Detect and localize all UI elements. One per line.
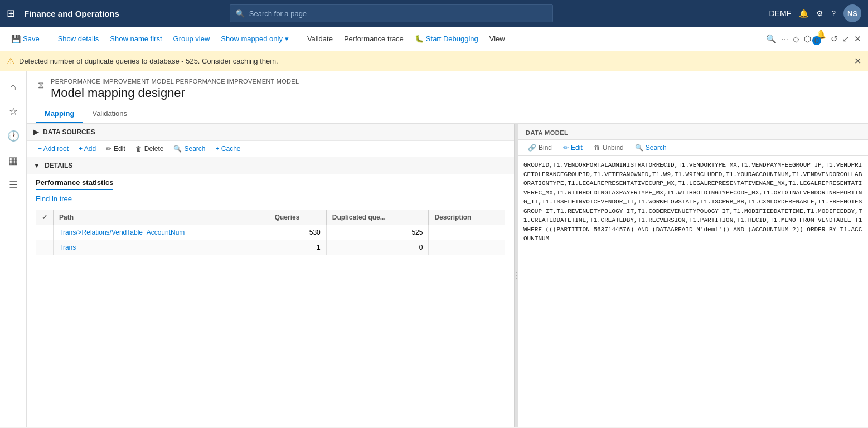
edit-icon: ✏ (106, 145, 111, 153)
row1-duplicated: 525 (326, 225, 429, 240)
debug-icon: 🐛 (415, 35, 424, 43)
row1-check[interactable] (36, 225, 54, 240)
diamond-icon[interactable]: ◇ (793, 34, 799, 44)
collapse-icon[interactable]: ▼ (33, 162, 40, 169)
settings-icon[interactable]: ⚙ (816, 9, 823, 18)
data-sources-header: ▶ DATA SOURCES (27, 124, 514, 140)
toolbar-separator (49, 32, 49, 46)
table-row: Trans 1 0 (36, 240, 505, 255)
row1-path[interactable]: Trans/>Relations/VendTable_AccountNum (54, 225, 269, 240)
add-button[interactable]: + Add (74, 143, 100, 154)
toolbar-end-icons: 🔍 ··· ◇ ⬡ 🔔 0 ↺ ⤢ ✕ (766, 30, 861, 48)
tab-mapping[interactable]: Mapping (36, 105, 83, 123)
col-check: ✓ (36, 210, 54, 225)
sql-text-area[interactable]: GROUPID,T1.VENDORPORTALADMINISTRATORRECI… (518, 156, 868, 427)
data-model-header: DATA MODEL (518, 124, 868, 140)
perf-stats-tab[interactable]: Performance statistics (36, 178, 113, 187)
dm-edit-button[interactable]: ✏ Edit (559, 142, 587, 153)
performance-trace-button[interactable]: Performance trace (340, 32, 408, 45)
col-queries: Queries (269, 210, 326, 225)
view-button[interactable]: View (485, 32, 510, 45)
sidebar-item-workspaces[interactable]: ▦ (2, 149, 25, 172)
search-ds-button[interactable]: 🔍 Search (169, 143, 210, 154)
top-right-icons: DEMF 🔔 ⚙ ? NS (769, 4, 861, 22)
tabs-bar: Mapping Validations (27, 100, 868, 124)
unbind-button[interactable]: 🗑 Unbind (589, 142, 628, 153)
app-title: Finance and Operations (24, 9, 119, 18)
global-search-input[interactable] (249, 9, 547, 18)
bind-icon: 🔗 (528, 144, 536, 152)
help-icon[interactable]: ? (831, 9, 836, 18)
bind-button[interactable]: 🔗 Bind (523, 142, 556, 153)
search-bar-icon: 🔍 (236, 9, 245, 18)
group-view-button[interactable]: Group view (169, 32, 215, 45)
details-label: DETAILS (45, 162, 72, 169)
filter-icon[interactable]: ⧖ (36, 78, 46, 93)
save-icon: 💾 (11, 35, 21, 43)
warning-close-button[interactable]: ✕ (854, 56, 861, 66)
breadcrumb: PERFORMANCE IMPROVEMENT MODEL PERFORMANC… (51, 78, 299, 85)
extension-icon[interactable]: ⬡ (804, 34, 811, 44)
details-section: ▼ DETAILS Performance statistics Find in… (27, 157, 514, 427)
page-title: Model mapping designer (51, 86, 299, 100)
row2-check[interactable] (36, 240, 54, 255)
close-icon[interactable]: ✕ (854, 34, 861, 44)
sidebar-item-recent[interactable]: 🕐 (2, 125, 25, 147)
global-search-bar[interactable]: 🔍 (230, 4, 553, 22)
left-pane: ▶ DATA SOURCES + Add root + Add ✏ Edit 🗑… (27, 124, 515, 427)
app-grid-icon[interactable]: ⊞ (7, 7, 15, 20)
warning-icon: ⚠ (7, 56, 14, 66)
show-details-button[interactable]: Show details (54, 32, 104, 45)
expand-icon[interactable]: ▶ (33, 128, 38, 136)
split-pane: ▶ DATA SOURCES + Add root + Add ✏ Edit 🗑… (27, 124, 868, 427)
cache-button[interactable]: + Cache (211, 143, 245, 154)
delete-icon: 🗑 (135, 145, 142, 153)
top-nav-bar: ⊞ Finance and Operations 🔍 DEMF 🔔 ⚙ ? NS (0, 0, 868, 27)
add-root-button[interactable]: + Add root (33, 143, 73, 154)
left-sidebar: ⌂ ☆ 🕐 ▦ ☰ (0, 71, 27, 427)
col-description: Description (429, 210, 505, 225)
sidebar-item-favorites[interactable]: ☆ (2, 100, 25, 123)
sidebar-item-home[interactable]: ⌂ (2, 76, 25, 98)
delete-button[interactable]: 🗑 Delete (131, 143, 168, 154)
details-header[interactable]: ▼ DETAILS (27, 157, 514, 174)
show-name-first-button[interactable]: Show name first (105, 32, 166, 45)
search-toolbar-icon[interactable]: 🔍 (766, 34, 777, 44)
refresh-icon[interactable]: ↺ (831, 34, 838, 44)
environment-label: DEMF (769, 9, 792, 18)
start-debugging-button[interactable]: 🐛 Start Debugging (410, 32, 483, 45)
popout-icon[interactable]: ⤢ (842, 34, 850, 44)
main-layout: ⌂ ☆ 🕐 ▦ ☰ ⧖ PERFORMANCE IMPROVEMENT MODE… (0, 71, 868, 427)
performance-table: ✓ Path Queries Duplicated que... Descrip… (36, 210, 505, 255)
user-avatar[interactable]: NS (843, 4, 861, 22)
dm-edit-icon: ✏ (563, 144, 569, 152)
row2-queries: 1 (269, 240, 326, 255)
more-icon[interactable]: ··· (781, 34, 788, 43)
tab-validations[interactable]: Validations (83, 105, 136, 123)
row1-description (429, 225, 505, 240)
row2-path[interactable]: Trans (54, 240, 269, 255)
save-button[interactable]: 💾 Save (7, 32, 44, 46)
edit-button[interactable]: ✏ Edit (101, 143, 130, 154)
sidebar-item-modules[interactable]: ☰ (2, 174, 25, 196)
dropdown-arrow-icon: ▾ (285, 35, 289, 43)
data-sources-section: ▶ DATA SOURCES + Add root + Add ✏ Edit 🗑… (27, 124, 514, 157)
notification-badge: 0 (812, 36, 821, 45)
warning-bar: ⚠ Detected number of duplicate queries t… (0, 51, 868, 71)
perf-stats-wrapper: Find in tree ✓ Path Queries Duplicated q… (27, 190, 514, 255)
content-area: ⧖ PERFORMANCE IMPROVEMENT MODEL PERFORMA… (27, 71, 868, 427)
row2-description (429, 240, 505, 255)
show-mapped-only-button[interactable]: Show mapped only ▾ (216, 32, 293, 45)
unbind-icon: 🗑 (594, 144, 600, 152)
validate-button[interactable]: Validate (303, 32, 337, 45)
notification-icon[interactable]: 🔔 (799, 9, 808, 18)
page-header: ⧖ PERFORMANCE IMPROVEMENT MODEL PERFORMA… (27, 71, 868, 100)
dm-search-button[interactable]: 🔍 Search (631, 142, 671, 153)
data-model-toolbar: 🔗 Bind ✏ Edit 🗑 Unbind 🔍 Search (518, 140, 868, 156)
row2-duplicated: 0 (326, 240, 429, 255)
right-pane: DATA MODEL 🔗 Bind ✏ Edit 🗑 Unbind (518, 124, 868, 427)
find-in-tree-button[interactable]: Find in tree (36, 190, 505, 207)
col-duplicated: Duplicated que... (326, 210, 429, 225)
secondary-toolbar: 💾 Save Show details Show name first Grou… (0, 27, 868, 51)
table-row: Trans/>Relations/VendTable_AccountNum 53… (36, 225, 505, 240)
